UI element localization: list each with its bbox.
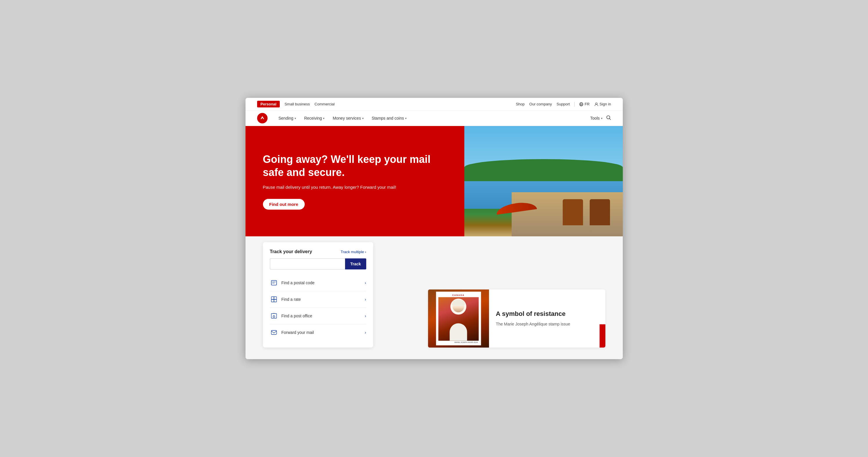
track-input-row: Track <box>270 258 366 269</box>
svg-rect-11 <box>271 299 274 302</box>
stamp-card-description: The Marie Joseph Angélique stamp issue <box>496 321 593 327</box>
find-postal-code-arrow: › <box>365 280 366 285</box>
sign-in-button[interactable]: Sign in <box>594 102 611 106</box>
language-switcher[interactable]: FR <box>579 102 589 106</box>
hero-left: Going away? We'll keep your mail safe an… <box>246 126 464 236</box>
our-company-link[interactable]: Our company <box>529 102 552 106</box>
find-post-office-link[interactable]: Find a post office › <box>270 308 366 324</box>
main-nav: Sending ▾ Receiving ▾ Money services ▾ S… <box>246 111 623 126</box>
track-title: Track your delivery <box>270 249 312 254</box>
search-button[interactable] <box>606 115 611 122</box>
tools-button[interactable]: Tools ▾ <box>590 116 602 121</box>
red-corner-decoration <box>599 324 606 347</box>
svg-line-5 <box>610 118 611 120</box>
find-rate-link[interactable]: Find a rate › <box>270 291 366 308</box>
find-postal-code-link[interactable]: Find a postal code › <box>270 275 366 291</box>
commercial-link[interactable]: Commercial <box>315 102 335 106</box>
stamp-card-title: A symbol of resistance <box>496 310 593 318</box>
nav-money-services-label: Money services <box>333 116 361 121</box>
svg-point-14 <box>273 315 275 317</box>
stamp-info: A symbol of resistance The Marie Joseph … <box>489 290 599 347</box>
nav-sending-label: Sending <box>279 116 293 121</box>
find-post-office-arrow: › <box>365 313 366 318</box>
track-panel: Track your delivery Track multiple › Tra… <box>263 242 373 347</box>
svg-rect-10 <box>274 297 277 299</box>
stamp-card: CANADA MARIE JOSEPH ANGÉLIQUE <box>428 290 606 347</box>
personal-button[interactable]: Personal <box>257 101 280 108</box>
forward-mail-icon <box>270 328 278 336</box>
tools-label: Tools <box>590 116 600 121</box>
svg-rect-12 <box>274 299 277 302</box>
top-nav-left: Personal Small business Commercial <box>257 101 335 108</box>
find-rate-arrow: › <box>365 297 366 302</box>
find-rate-label: Find a rate <box>281 297 301 302</box>
forward-mail-arrow: › <box>365 330 366 335</box>
top-nav: Personal Small business Commercial Shop … <box>246 98 623 111</box>
canada-post-logo-icon <box>259 115 266 121</box>
nav-sending-chevron: ▾ <box>294 117 296 120</box>
nav-stamps-coins-label: Stamps and coins <box>372 116 404 121</box>
forward-mail-left: Forward your mail <box>270 328 314 336</box>
lang-label: FR <box>585 102 589 106</box>
rate-icon <box>270 295 278 303</box>
forward-mail-link[interactable]: Forward your mail › <box>270 324 366 341</box>
logo-circle <box>257 113 268 123</box>
shop-link[interactable]: Shop <box>516 102 524 106</box>
nav-receiving-label: Receiving <box>304 116 322 121</box>
browser-window: Personal Small business Commercial Shop … <box>246 98 623 359</box>
track-multiple-link[interactable]: Track multiple › <box>341 250 366 254</box>
find-postal-code-label: Find a postal code <box>281 280 315 285</box>
globe-icon <box>579 102 583 106</box>
svg-rect-16 <box>271 330 277 334</box>
track-header: Track your delivery Track multiple › <box>270 249 366 254</box>
find-out-more-button[interactable]: Find out more <box>263 199 305 210</box>
svg-rect-9 <box>271 297 274 299</box>
nav-money-chevron: ▾ <box>362 117 364 120</box>
sign-in-label: Sign in <box>599 102 611 106</box>
nav-receiving-chevron: ▾ <box>323 117 324 120</box>
user-icon <box>594 102 598 106</box>
track-multiple-arrow: › <box>365 250 366 254</box>
track-multiple-label: Track multiple <box>341 250 364 254</box>
nav-sending[interactable]: Sending ▾ <box>275 111 300 126</box>
post-office-icon <box>270 312 278 320</box>
svg-point-3 <box>595 103 597 104</box>
nav-money-services[interactable]: Money services ▾ <box>329 111 367 126</box>
stamp-image: CANADA MARIE JOSEPH ANGÉLIQUE <box>428 290 489 347</box>
svg-rect-6 <box>271 280 277 285</box>
small-business-link[interactable]: Small business <box>284 102 310 106</box>
nav-receiving[interactable]: Receiving ▾ <box>300 111 329 126</box>
track-input[interactable] <box>270 258 345 269</box>
find-post-office-label: Find a post office <box>281 313 312 318</box>
track-button[interactable]: Track <box>345 258 366 269</box>
content-area: Track your delivery Track multiple › Tra… <box>246 236 623 359</box>
find-rate-left: Find a rate <box>270 295 301 303</box>
hero-subtitle: Pause mail delivery until you return. Aw… <box>263 184 447 191</box>
hero-title: Going away? We'll keep your mail safe an… <box>263 153 447 179</box>
forward-mail-label: Forward your mail <box>281 330 314 335</box>
nav-stamps-chevron: ▾ <box>405 117 407 120</box>
find-post-office-left: Find a post office <box>270 312 312 320</box>
hero-image <box>464 126 623 236</box>
logo[interactable] <box>257 113 268 123</box>
hero-section: Going away? We'll keep your mail safe an… <box>246 126 623 236</box>
support-link[interactable]: Support <box>557 102 570 106</box>
search-icon <box>606 115 611 120</box>
nav-stamps-coins[interactable]: Stamps and coins ▾ <box>368 111 411 126</box>
find-postal-code-left: Find a postal code <box>270 279 315 287</box>
main-nav-right: Tools ▾ <box>590 115 611 122</box>
top-nav-right: Shop Our company Support FR Sign in <box>516 102 611 106</box>
postal-code-icon <box>270 279 278 287</box>
main-nav-left: Sending ▾ Receiving ▾ Money services ▾ S… <box>257 111 411 126</box>
tools-chevron: ▾ <box>601 117 602 120</box>
